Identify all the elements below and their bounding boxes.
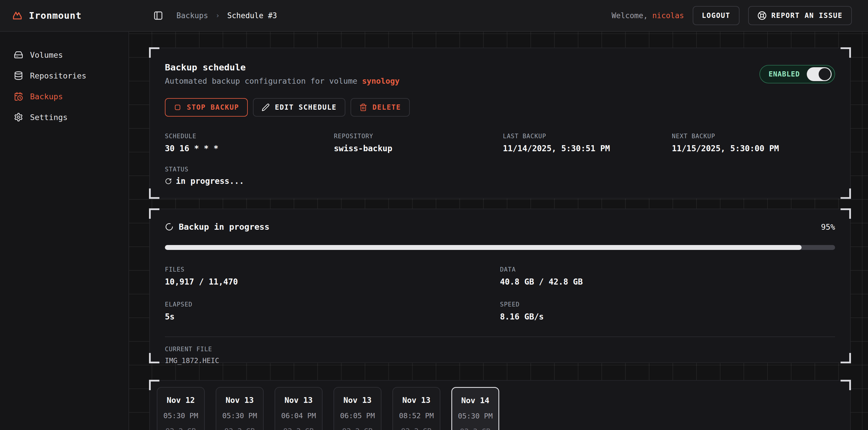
- schedule-card-heading: Backup schedule Automated backup configu…: [165, 62, 400, 86]
- backup-history-row: Nov 12 05:30 PM 92.2 GB Nov 13 05:30 PM …: [157, 387, 843, 430]
- history-date: Nov 13: [334, 396, 381, 405]
- sidebar-toggle-button[interactable]: [153, 11, 163, 21]
- backup-history-card: Nov 12 05:30 PM 92.2 GB Nov 13 05:30 PM …: [149, 380, 851, 430]
- main-content: Backup schedule Automated backup configu…: [129, 32, 868, 430]
- brand: Ironmount: [0, 10, 129, 21]
- corner-bracket: [841, 189, 851, 199]
- stat-label: ELAPSED: [165, 301, 500, 308]
- database-icon: [14, 71, 23, 80]
- current-file-value: IMG_1872.HEIC: [165, 357, 835, 365]
- history-item[interactable]: Nov 13 06:05 PM 92.2 GB: [334, 387, 381, 430]
- history-item-selected[interactable]: Nov 14 05:30 PM 92.2 GB: [451, 387, 499, 430]
- divider: [165, 336, 835, 337]
- field-value: swiss-backup: [334, 144, 497, 153]
- history-item[interactable]: Nov 12 05:30 PM 92.2 GB: [157, 387, 205, 430]
- mountain-icon: [11, 10, 23, 21]
- welcome-prefix: Welcome,: [612, 11, 652, 20]
- history-time: 06:04 PM: [275, 411, 322, 420]
- sidebar-item-settings[interactable]: Settings: [0, 107, 128, 128]
- gear-icon: [14, 112, 23, 122]
- stop-backup-button[interactable]: STOP BACKUP: [165, 98, 248, 117]
- lifebuoy-icon: [757, 11, 767, 20]
- edit-schedule-label: EDIT SCHEDULE: [275, 103, 337, 111]
- backup-progress-card: Backup in progress 95% FILES 10,917 / 11…: [149, 209, 851, 363]
- stat-value: 8.16 GB/s: [500, 312, 835, 322]
- corner-bracket: [149, 189, 159, 199]
- stat-label: FILES: [165, 266, 500, 273]
- history-size: 92.2 GB: [157, 427, 204, 430]
- backup-schedule-card: Backup schedule Automated backup configu…: [149, 47, 851, 199]
- report-issue-button[interactable]: REPORT AN ISSUE: [748, 6, 852, 25]
- field-last-backup: LAST BACKUP 11/14/2025, 5:30:51 PM: [503, 133, 666, 153]
- enabled-label: ENABLED: [769, 70, 800, 78]
- breadcrumb-backups-link[interactable]: Backups: [177, 11, 208, 20]
- stat-label: SPEED: [500, 301, 835, 308]
- history-item[interactable]: Nov 13 05:30 PM 92.2 GB: [216, 387, 264, 430]
- field-value: 11/15/2025, 5:30:00 PM: [672, 144, 835, 153]
- history-time: 05:30 PM: [452, 412, 498, 420]
- corner-bracket: [149, 353, 159, 363]
- progress-title: Backup in progress: [179, 222, 270, 232]
- progress-bar: [165, 245, 835, 250]
- sidebar-item-label: Repositories: [30, 71, 86, 80]
- history-size: 92.2 GB: [275, 427, 322, 430]
- corner-bracket: [149, 208, 159, 219]
- toggle-switch[interactable]: [807, 67, 832, 81]
- field-repository: REPOSITORY swiss-backup: [334, 133, 497, 153]
- field-value: 30 16 * * *: [165, 144, 328, 153]
- header-actions: Welcome, nicolas LOGOUT REPORT AN ISSUE: [612, 6, 868, 25]
- field-label: REPOSITORY: [334, 133, 497, 140]
- field-next-backup: NEXT BACKUP 11/15/2025, 5:30:00 PM: [672, 133, 835, 153]
- sidebar-item-label: Settings: [30, 113, 68, 122]
- pencil-icon: [261, 103, 270, 111]
- rotate-cw-icon: [165, 178, 172, 185]
- subtitle-prefix: Automated backup configuration for volum…: [165, 76, 362, 86]
- history-time: 08:52 PM: [393, 411, 440, 420]
- corner-bracket: [841, 353, 851, 363]
- logout-button[interactable]: LOGOUT: [693, 6, 740, 25]
- stat-value: 5s: [165, 312, 500, 322]
- corner-bracket: [841, 208, 851, 219]
- square-stop-icon: [174, 103, 182, 111]
- calendar-clock-icon: [14, 92, 23, 101]
- loader-circle-icon: [165, 223, 174, 231]
- field-label: NEXT BACKUP: [672, 133, 835, 140]
- card-subtitle: Automated backup configuration for volum…: [165, 76, 400, 86]
- trash-icon: [359, 103, 367, 111]
- status-label: STATUS: [165, 166, 835, 173]
- stat-elapsed: ELAPSED 5s: [165, 301, 500, 322]
- chevron-right-icon: ›: [216, 11, 220, 20]
- corner-bracket: [841, 380, 851, 390]
- sidebar-item-label: Backups: [30, 92, 63, 101]
- stat-files: FILES 10,917 / 11,470: [165, 266, 500, 287]
- history-size: 92.2 GB: [334, 427, 381, 430]
- report-issue-label: REPORT AN ISSUE: [771, 11, 843, 20]
- username: nicolas: [652, 11, 684, 20]
- stop-backup-label: STOP BACKUP: [187, 103, 239, 111]
- card-title: Backup schedule: [165, 62, 400, 72]
- history-date: Nov 14: [452, 396, 498, 405]
- volume-name: synology: [362, 76, 400, 86]
- history-item[interactable]: Nov 13 06:04 PM 92.2 GB: [275, 387, 322, 430]
- sidebar-nav: Volumes Repositories Backups Settings: [0, 32, 129, 430]
- enabled-toggle[interactable]: ENABLED: [760, 65, 835, 84]
- logout-label: LOGOUT: [702, 11, 731, 20]
- status-value: in progress...: [176, 176, 244, 186]
- delete-label: DELETE: [372, 103, 401, 111]
- history-size: 92.2 GB: [452, 427, 498, 430]
- stat-data: DATA 40.8 GB / 42.8 GB: [500, 266, 835, 287]
- welcome-text: Welcome, nicolas: [612, 11, 684, 20]
- progress-fill: [165, 245, 802, 250]
- history-size: 92.2 GB: [216, 427, 263, 430]
- edit-schedule-button[interactable]: EDIT SCHEDULE: [253, 98, 345, 117]
- sidebar-item-label: Volumes: [30, 51, 63, 60]
- sidebar-item-repositories[interactable]: Repositories: [0, 65, 128, 86]
- sidebar-item-backups[interactable]: Backups: [0, 86, 128, 107]
- history-time: 05:30 PM: [216, 411, 263, 420]
- sidebar-item-volumes[interactable]: Volumes: [0, 44, 128, 65]
- breadcrumb-current: Schedule #3: [227, 11, 277, 20]
- field-status: STATUS in progress...: [165, 166, 835, 186]
- progress-percent: 95%: [821, 223, 835, 231]
- history-item[interactable]: Nov 13 08:52 PM 92.2 GB: [393, 387, 440, 430]
- delete-button[interactable]: DELETE: [350, 98, 410, 117]
